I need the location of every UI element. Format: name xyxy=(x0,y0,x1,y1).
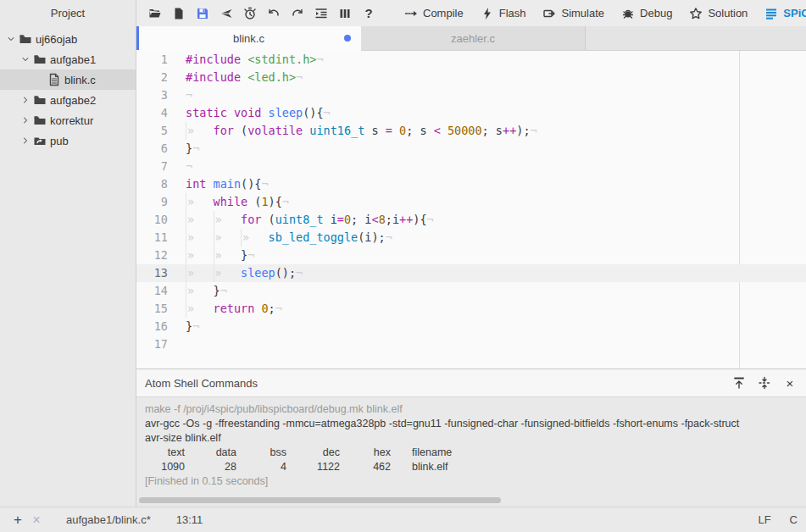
code-text xyxy=(179,335,186,353)
app-window: Project uj66ojabaufgabe1blink.caufgabe2k… xyxy=(0,0,806,532)
code-line-6: 6}¬ xyxy=(136,140,806,158)
main-area: Project uj66ojabaufgabe1blink.caufgabe2k… xyxy=(0,0,806,507)
line-number[interactable]: 14 xyxy=(136,282,179,300)
undo-icon xyxy=(267,7,281,20)
horizontal-scrollbar[interactable] xyxy=(139,497,501,503)
eol-invisible: ¬ xyxy=(316,53,323,66)
close-button[interactable]: × xyxy=(782,375,798,391)
scroll-to-top-icon xyxy=(732,376,746,390)
solution-button[interactable]: Solution xyxy=(682,3,754,24)
code-text: }¬ xyxy=(179,318,199,335)
code-text: »»sleep();¬ xyxy=(179,264,303,282)
line-number[interactable]: 16 xyxy=(136,318,179,335)
tab-invisible: » xyxy=(214,264,242,282)
line-number[interactable]: 13 xyxy=(136,264,179,282)
columns-button[interactable] xyxy=(333,3,357,25)
tab-label: blink.c xyxy=(233,32,264,45)
code-line-16: 16}¬ xyxy=(136,318,806,335)
debug-icon xyxy=(621,7,635,20)
code-text: »return 0;¬ xyxy=(179,300,282,318)
tab-blink-c[interactable]: blink.c xyxy=(136,26,361,51)
remove-project-button[interactable]: × xyxy=(27,511,46,529)
sidebar-item-korrektur[interactable]: korrektur xyxy=(0,110,136,130)
line-number[interactable]: 10 xyxy=(136,211,179,229)
line-number[interactable]: 6 xyxy=(136,140,179,158)
timer-icon xyxy=(243,7,257,20)
submit-icon xyxy=(220,7,233,20)
open-folder-button[interactable] xyxy=(143,3,167,25)
action-label: Solution xyxy=(708,7,748,19)
code-text: »for (volatile uint16_t s = 0; s < 50000… xyxy=(179,122,537,140)
line-number[interactable]: 1 xyxy=(136,51,179,69)
line-ending-indicator[interactable]: LF xyxy=(758,513,770,526)
code-line-11: 11»»»sb_led_toggle(i);¬ xyxy=(136,229,806,247)
line-number[interactable]: 11 xyxy=(136,229,179,247)
code-text: ¬ xyxy=(179,86,192,104)
code-line-13: 13»»sleep();¬ xyxy=(136,264,806,282)
grammar-indicator[interactable]: C xyxy=(790,513,798,526)
scroll-to-top-button[interactable] xyxy=(731,375,747,391)
indent-button[interactable] xyxy=(309,3,333,25)
submit-button[interactable] xyxy=(214,3,238,25)
spicboard-icon xyxy=(764,7,778,20)
spicboard-button[interactable]: SPiCboard xyxy=(758,3,806,24)
code-text: static void sleep(){¬ xyxy=(179,104,331,122)
line-number[interactable]: 15 xyxy=(136,300,179,318)
size-cell: 1090 xyxy=(145,460,185,474)
solution-icon xyxy=(689,7,703,20)
debug-button[interactable]: Debug xyxy=(614,3,679,24)
size-table: textdatabssdechexfilename10902841122462b… xyxy=(145,446,452,474)
code-line-1: 1#include <stdint.h>¬ xyxy=(136,51,806,69)
sidebar-item-aufgabe2[interactable]: aufgabe2 xyxy=(0,90,136,110)
redo-button[interactable] xyxy=(286,3,309,25)
add-project-button[interactable]: + xyxy=(8,511,27,529)
redo-icon xyxy=(291,7,304,20)
new-file-button[interactable] xyxy=(167,3,191,25)
save-button[interactable] xyxy=(191,3,214,25)
sidebar-item-aufgabe1[interactable]: aufgabe1 xyxy=(0,49,136,69)
compile-button[interactable]: Compile xyxy=(397,3,470,24)
line-number[interactable]: 5 xyxy=(136,122,179,140)
sidebar-item-blink-c[interactable]: blink.c xyxy=(0,69,136,90)
help-button[interactable]: ? xyxy=(357,3,381,25)
project-tree: uj66ojabaufgabe1blink.caufgabe2korrektur… xyxy=(0,26,136,151)
line-number[interactable]: 8 xyxy=(136,175,179,193)
line-number[interactable]: 9 xyxy=(136,193,179,211)
line-number[interactable]: 7 xyxy=(136,158,179,175)
size-cell: blink.elf xyxy=(391,460,452,474)
eol-invisible: ¬ xyxy=(282,195,289,208)
columns-icon xyxy=(338,7,352,20)
line-number[interactable]: 17 xyxy=(136,335,179,353)
size-cell: bss xyxy=(236,446,286,460)
line-number[interactable]: 4 xyxy=(136,104,179,122)
size-cell: dec xyxy=(286,446,340,460)
code-editor[interactable]: 1#include <stdint.h>¬2#include <led.h>¬3… xyxy=(136,51,806,369)
size-cell: 1122 xyxy=(286,460,340,474)
line-number[interactable]: 2 xyxy=(136,69,179,86)
help-icon: ? xyxy=(364,6,372,20)
action-label: Flash xyxy=(499,7,526,19)
cursor-position[interactable]: 13:11 xyxy=(176,513,203,526)
line-number[interactable]: 3 xyxy=(136,86,179,104)
tab-zaehler-c[interactable]: zaehler.c xyxy=(361,26,586,50)
chevron-right-icon xyxy=(20,136,31,146)
chevron-right-icon xyxy=(20,115,31,125)
modified-indicator-dot[interactable] xyxy=(344,35,351,42)
auto-scroll-icon xyxy=(758,376,771,390)
simulate-button[interactable]: Simulate xyxy=(536,3,611,24)
auto-scroll-button[interactable] xyxy=(757,375,772,391)
tab-invisible: » xyxy=(186,122,214,140)
indent-icon xyxy=(314,7,328,20)
new-file-icon xyxy=(172,7,186,20)
undo-button[interactable] xyxy=(262,3,286,25)
line-number[interactable]: 12 xyxy=(136,247,179,264)
sidebar-item-uj66ojab[interactable]: uj66ojab xyxy=(0,29,136,49)
output-line: make -f /proj/i4spic/pub/libspicboard/de… xyxy=(145,402,798,417)
tree-item-label: aufgabe2 xyxy=(50,94,96,107)
tab-invisible: » xyxy=(214,247,242,264)
flash-button[interactable]: Flash xyxy=(474,3,533,24)
save-icon xyxy=(196,7,209,20)
code-line-9: 9»while (1){¬ xyxy=(136,193,806,211)
timer-button[interactable] xyxy=(238,3,262,25)
sidebar-item-pub[interactable]: pub xyxy=(0,130,136,151)
